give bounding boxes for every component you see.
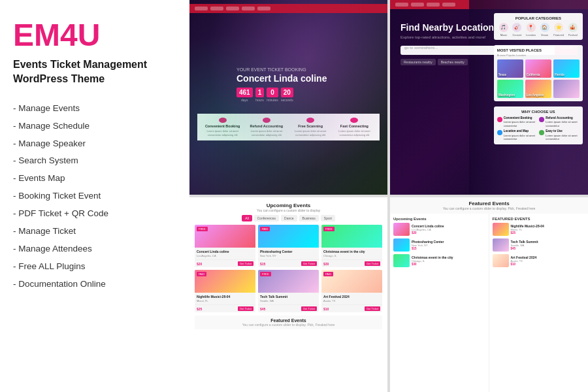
ss1-hero-content: YOUR EVENT TICKET BOOKING Concert Linda … bbox=[197, 67, 327, 107]
feature-item: - Manage Schedule bbox=[13, 118, 176, 135]
event-badge: PAID bbox=[260, 227, 270, 231]
event-name: Photosharing Center bbox=[260, 250, 317, 253]
events-grid: FREE Concert Linda coline Los Angeles, C… bbox=[195, 225, 382, 267]
ss2-why-panel: WHY CHOOSE US Convenient BookingLorem ip… bbox=[494, 106, 583, 144]
why-text: Location and MapLorem ipsum dolor sit am… bbox=[504, 129, 538, 140]
visited-sub: Browse Popular Location bbox=[497, 54, 580, 57]
place-image: Florida bbox=[553, 59, 580, 78]
category-label: Featured bbox=[553, 33, 564, 37]
place-item: Florida bbox=[553, 59, 580, 78]
visited-title: MOST VISITED PLACES bbox=[497, 48, 580, 52]
upcoming-section-label: Upcoming Events bbox=[393, 217, 485, 221]
screenshots-panel: YOUR EVENT TICKET BOOKING Concert Linda … bbox=[189, 0, 588, 392]
why-text: Easy to UseLorem ipsum dolor sit amet co… bbox=[546, 129, 580, 140]
feature-item: - Manage Ticket bbox=[13, 223, 176, 240]
get-ticket-button[interactable]: Get Ticket bbox=[301, 261, 317, 266]
get-ticket-button[interactable]: Get Ticket bbox=[301, 306, 317, 311]
event-name: Nightlife Musici-28-04 bbox=[197, 295, 253, 299]
why-item: Convenient BookingLorem ipsum dolor sit … bbox=[497, 116, 538, 127]
featured-event-item: Art Festival 2024 Austin, TX $10 bbox=[493, 254, 585, 267]
featured-event-item: Photosharing Center New York, NY $15 bbox=[393, 238, 485, 252]
featured-event-thumb bbox=[393, 238, 410, 252]
event-image: FREE bbox=[258, 270, 319, 293]
event-name: Tech Talk Summit bbox=[260, 295, 317, 299]
event-meta: Chicago, IL bbox=[323, 254, 380, 257]
filter-tab[interactable]: All bbox=[242, 215, 252, 221]
ss2-nav-logo bbox=[395, 3, 408, 7]
feature-item: - Events Map bbox=[13, 170, 176, 188]
filter-tab[interactable]: Business bbox=[299, 215, 319, 221]
featured-event-details: Tech Talk Summit Seattle, WA $45 bbox=[511, 240, 538, 250]
place-image: Washington bbox=[497, 80, 523, 98]
event-price: $10 bbox=[323, 307, 329, 311]
why-item: Refund AccountingLorem ipsum dolor sit a… bbox=[539, 116, 580, 127]
category-item: 📍 Location bbox=[526, 23, 536, 37]
event-info: Christmas event in the city Chicago, IL bbox=[321, 248, 382, 259]
category-item: 🎵 Music bbox=[499, 23, 508, 37]
category-icon: 🏠 bbox=[540, 23, 549, 32]
event-badge: FREE bbox=[323, 227, 335, 231]
event-meta: Los Angeles, CA bbox=[197, 254, 253, 257]
featured-event-item: Nightlife Musici-28-04 Miami, FL $25 bbox=[493, 223, 585, 236]
event-badge: PAID bbox=[323, 272, 333, 276]
why-text: Convenient BookingLorem ipsum dolor sit … bbox=[504, 116, 538, 127]
event-footer: $10 Get Ticket bbox=[321, 304, 382, 312]
event-image: FREE bbox=[321, 225, 382, 248]
event-card: FREE Concert Linda coline Los Angeles, C… bbox=[195, 225, 255, 267]
feature-item: - PDF Ticket + QR Code bbox=[13, 205, 176, 223]
feature-item: - Manage Events bbox=[13, 100, 176, 118]
place-image: Texas bbox=[497, 59, 523, 78]
filter-tab[interactable]: Sport bbox=[321, 215, 335, 221]
event-meta: Seattle, WA bbox=[260, 299, 317, 302]
counter-number: 1 bbox=[255, 88, 265, 97]
event-counter: 20seconds bbox=[281, 88, 293, 102]
category-item: 🎪 Festival bbox=[568, 23, 578, 37]
place-label: Los Angeles bbox=[527, 93, 550, 97]
get-ticket-button[interactable]: Get Ticket bbox=[238, 261, 253, 266]
category-label: Concert bbox=[512, 33, 521, 37]
place-label: Florida bbox=[555, 73, 578, 76]
featured-list-left: Concert Linda coline Los Angeles, CA $20… bbox=[393, 223, 485, 267]
feature-item: - Free ALL Plugins bbox=[13, 258, 176, 276]
event-image: PAID bbox=[195, 270, 255, 293]
event-info: Nightlife Musici-28-04 Miami, FL bbox=[195, 293, 255, 304]
featured-events-section-label: FEATURED EVENTS bbox=[493, 217, 585, 221]
filter-tab[interactable]: Conferences bbox=[254, 215, 279, 221]
nav-item3 bbox=[242, 7, 255, 10]
get-ticket-button[interactable]: Get Ticket bbox=[238, 306, 253, 311]
event-info: Tech Talk Summit Seattle, WA bbox=[258, 293, 319, 304]
ss2-right-panel: POPULAR CATEGORIES 🎵 Music 🎸 Concert 📍 L… bbox=[494, 13, 583, 150]
event-name: Art Festival 2024 bbox=[323, 295, 380, 299]
event-card: FREE Christmas event in the city Chicago… bbox=[321, 225, 382, 267]
feature-item: - Documentation Online bbox=[13, 276, 176, 293]
place-image bbox=[553, 80, 580, 98]
nav-item4 bbox=[257, 7, 270, 10]
location-tag: Restaurants nearby bbox=[400, 59, 436, 65]
featured-event-price: $45 bbox=[511, 247, 538, 250]
featured-event-details: Nightlife Musici-28-04 Miami, FL $25 bbox=[511, 224, 544, 235]
featured-event-thumb bbox=[493, 238, 509, 252]
place-item bbox=[553, 80, 580, 98]
ss1-navbar bbox=[189, 4, 387, 13]
featured-event-thumb bbox=[393, 223, 410, 236]
featured-event-thumb bbox=[493, 254, 509, 267]
event-counter: 1hours bbox=[255, 88, 265, 102]
get-ticket-button[interactable]: Get Ticket bbox=[365, 306, 380, 311]
featured-event-details: Photosharing Center New York, NY $15 bbox=[412, 240, 444, 250]
featured-list-right: Nightlife Musici-28-04 Miami, FL $25 Tec… bbox=[493, 223, 585, 267]
place-image: Los Angeles bbox=[525, 80, 551, 98]
why-text: Refund AccountingLorem ipsum dolor sit a… bbox=[546, 116, 580, 127]
screenshot-concert-hero: YOUR EVENT TICKET BOOKING Concert Linda … bbox=[189, 0, 387, 195]
category-label: Location bbox=[526, 33, 536, 37]
event-card: PAID Nightlife Musici-28-04 Miami, FL $2… bbox=[195, 270, 255, 312]
category-label: Festival bbox=[568, 33, 578, 37]
category-item: ⭐ Featured bbox=[553, 23, 564, 37]
brand-subtitle: Events Ticket Management WordPress Theme bbox=[13, 57, 176, 87]
featured-event-price: $15 bbox=[412, 247, 444, 250]
categories-title: POPULAR CATEGORIES bbox=[497, 16, 580, 20]
counter-label: minutes bbox=[267, 98, 278, 102]
get-ticket-button[interactable]: Get Ticket bbox=[365, 261, 380, 266]
feature-item: - Search System bbox=[13, 152, 176, 170]
filter-tab[interactable]: Dance bbox=[281, 215, 297, 221]
why-dot bbox=[497, 117, 502, 122]
